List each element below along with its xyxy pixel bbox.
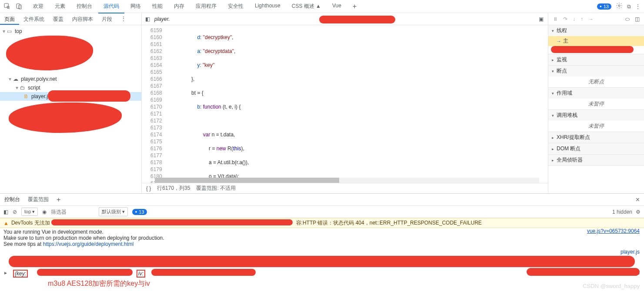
filter-input[interactable]: [51, 209, 94, 215]
dock-icon[interactable]: ⧉: [627, 3, 631, 10]
live-expr-icon[interactable]: ◉: [42, 209, 47, 215]
tree-file-label: player.js: [31, 93, 50, 99]
editor-filename[interactable]: player.: [154, 16, 170, 22]
section-xhr[interactable]: ▸XHR/提取断点: [548, 132, 644, 143]
navigator-tabs: 页面 文件系统 覆盖 内容脚本 片段 ⋮: [0, 13, 141, 25]
hidden-count: 1 hidden: [612, 209, 632, 215]
editor-pane: ◧ player. ▣ 6159616061616162616361646165…: [142, 13, 548, 193]
annotation-caption: m3u8 AES128加密所需的key与iv: [48, 279, 150, 288]
tab-welcome[interactable]: 欢迎: [28, 0, 49, 13]
tab-memory[interactable]: 内存: [169, 0, 190, 13]
folder-icon: 🗀: [20, 85, 26, 91]
vue-source-link[interactable]: vue.js?v=065732:9064: [587, 228, 640, 234]
log-row-1: player.js: [0, 248, 644, 256]
tree-top[interactable]: ▾▭top: [0, 27, 141, 36]
warning-icon: ▲: [3, 220, 9, 226]
scope-empty: 未暂停: [548, 99, 644, 109]
section-breakpoints[interactable]: ▾断点: [548, 66, 644, 76]
pause-exc-icon[interactable]: ◫: [635, 16, 640, 22]
step-out-icon[interactable]: ↑: [581, 16, 583, 22]
console-messages[interactable]: ▲ DevTools 无法加 容:HTTP 错误：状态代码 404，net::E…: [0, 218, 644, 277]
tree-folder-label: script: [28, 85, 40, 91]
iv-label: iv:: [137, 270, 145, 278]
add-tab-icon[interactable]: +: [347, 0, 362, 13]
key-label: {key:: [13, 270, 28, 278]
section-global[interactable]: ▸全局侦听器: [548, 155, 644, 165]
drawer-close-icon[interactable]: ×: [636, 196, 640, 204]
clear-console-icon[interactable]: ⊘: [13, 209, 17, 215]
log-row-key: ▸ {key: iv: player.js: [0, 269, 644, 277]
console-drawer: 控制台 覆盖范围 + × ◧ ⊘ top ▾ ◉ 默认级别 ▾ 13 1 hid…: [0, 193, 644, 277]
debugger-toolbar: ⏸ ↷ ↓ ↑ → ⬭ ◫: [548, 13, 644, 25]
coverage-status: 覆盖范围: 不适用: [196, 185, 236, 192]
tab-sources[interactable]: 源代码: [98, 0, 124, 13]
drawer-add-icon[interactable]: +: [57, 196, 60, 204]
console-gear-icon[interactable]: ⚙: [636, 209, 641, 215]
context-selector[interactable]: top ▾: [21, 208, 38, 216]
section-threads[interactable]: ▾线程: [548, 25, 644, 36]
section-dom[interactable]: ▸DOM 断点: [548, 143, 644, 154]
braces-icon[interactable]: { }: [146, 185, 151, 192]
nav-tab-filesystem[interactable]: 文件系统: [19, 13, 49, 25]
tree-file[interactable]: 🗎player.js: [0, 92, 141, 101]
player-link-1[interactable]: player.js: [621, 249, 640, 255]
nav-tab-snippets[interactable]: 片段: [97, 13, 117, 25]
console-sidebar-icon[interactable]: ◧: [3, 209, 8, 215]
drawer-tab-console[interactable]: 控制台: [4, 196, 20, 203]
pause-icon[interactable]: ⏸: [553, 16, 558, 22]
step-over-icon[interactable]: ↷: [563, 16, 567, 22]
nav-tab-content[interactable]: 内容脚本: [68, 13, 97, 25]
tab-vue[interactable]: Vue: [327, 0, 347, 13]
step-icon[interactable]: →: [588, 16, 594, 22]
warning-message: ▲ DevTools 无法加 容:HTTP 错误：状态代码 404，net::E…: [0, 218, 644, 228]
tab-network[interactable]: 网络: [125, 0, 146, 13]
tree-domain[interactable]: ▾☁player.polyv.net: [0, 75, 141, 83]
player-link-2[interactable]: player.js: [621, 270, 640, 276]
watermark: CSDN @sword_happy: [583, 283, 640, 289]
code-content[interactable]: d: "decryptkey", a: "decryptdata", y: "k…: [166, 25, 337, 183]
editor-statusbar: { } 行6170，列35 覆盖范围: 不适用: [142, 183, 548, 193]
svg-rect-1: [17, 3, 20, 8]
device-icon[interactable]: [16, 3, 23, 10]
nav-tab-more-icon[interactable]: ⋮: [117, 13, 130, 25]
tab-console[interactable]: 控制台: [71, 0, 97, 13]
thread-main[interactable]: →主: [548, 36, 644, 46]
editor-tabs: ◧ player. ▣: [142, 13, 548, 25]
cursor-position: 行6170，列35: [157, 185, 190, 192]
bp-empty: 无断点: [548, 76, 644, 87]
tab-security[interactable]: 安全性: [223, 0, 249, 13]
vue-message: You are running Vue in development mode.…: [0, 228, 644, 248]
cs-empty: 未暂停: [548, 121, 644, 132]
section-callstack[interactable]: ▾调用堆栈: [548, 110, 644, 121]
tree-folder[interactable]: ▾🗀script: [0, 83, 141, 92]
tab-elements[interactable]: 元素: [50, 0, 70, 13]
tab-application[interactable]: 应用程序: [190, 0, 222, 13]
inspect-icon[interactable]: [3, 3, 11, 10]
vue-guide-link[interactable]: https://vuejs.org/guide/deployment.html: [43, 241, 134, 247]
line-gutter: 6159616061616162616361646165616661676168…: [142, 25, 166, 183]
deactivate-bp-icon[interactable]: ⬭: [625, 16, 630, 22]
tab-lighthouse[interactable]: Lighthouse: [250, 0, 286, 13]
horizontal-scrollbar[interactable]: [155, 178, 539, 183]
nav-tab-page[interactable]: 页面: [0, 13, 19, 25]
nav-files-icon[interactable]: ◧: [145, 16, 150, 22]
section-watch[interactable]: ▸监视: [548, 54, 644, 65]
debugger-pane: ⏸ ↷ ↓ ↑ → ⬭ ◫ ▾线程 →主 ▸监视 ▾断点无断点 ▾作用域未暂停 …: [548, 13, 644, 193]
console-badge[interactable]: 13: [132, 209, 147, 215]
tab-css-overview[interactable]: CSS 概述 ▲: [287, 0, 326, 13]
drawer-tab-coverage[interactable]: 覆盖范围: [28, 196, 49, 203]
issues-badge[interactable]: 13: [597, 3, 611, 10]
file-tree[interactable]: ▾▭top ▾☁player.polyv.net ▾🗀script 🗎playe…: [0, 25, 141, 193]
more-icon[interactable]: ⋮: [635, 3, 641, 10]
level-selector[interactable]: 默认级别 ▾: [99, 207, 128, 216]
tab-performance[interactable]: 性能: [147, 0, 168, 13]
gear-icon[interactable]: [616, 2, 623, 10]
svg-rect-0: [4, 3, 8, 7]
panel-tabs: 欢迎 元素 控制台 源代码 网络 性能 内存 应用程序 安全性 Lighthou…: [28, 0, 362, 13]
step-into-icon[interactable]: ↓: [573, 16, 575, 22]
tree-domain-label: player.polyv.net: [21, 76, 57, 82]
editor-toggle-icon[interactable]: ▣: [539, 16, 544, 22]
nav-tab-overrides[interactable]: 覆盖: [49, 13, 68, 25]
section-scope[interactable]: ▾作用域: [548, 88, 644, 99]
code-editor[interactable]: 6159616061616162616361646165616661676168…: [142, 25, 548, 183]
